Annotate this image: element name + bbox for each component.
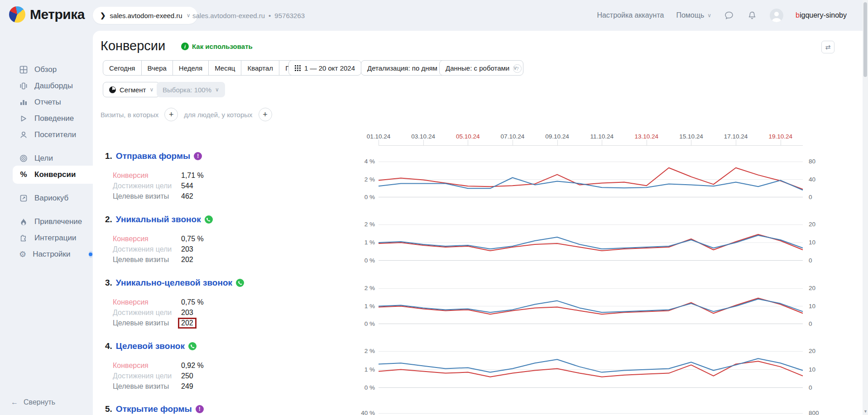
goal-reaches-label[interactable]: Достижения цели [113, 309, 181, 317]
goal-reaches-value: 203 [181, 245, 193, 253]
goal-reaches-label[interactable]: Достижения цели [113, 372, 181, 380]
right-axis-tick-label: 10 [809, 303, 836, 310]
sidebar-item-settings[interactable]: ⚙Настройки [0, 245, 93, 263]
goal-reaches-row: Достижения цели544 [113, 181, 359, 191]
goal-reaches-label[interactable]: Достижения цели [113, 182, 181, 190]
metrika-logo[interactable]: Метрика [9, 6, 85, 23]
conversion-label[interactable]: Конверсия [113, 298, 181, 306]
sidebar-item-dashboards[interactable]: Дашборды [0, 77, 93, 95]
date-tick-mark [647, 140, 647, 145]
goal-line-chart[interactable] [379, 162, 803, 197]
goal-reaches-value: 203 [181, 309, 193, 317]
account-settings-link[interactable]: Настройка аккаунта [597, 11, 664, 19]
conversion-label[interactable]: Конверсия [113, 235, 181, 243]
chart-gridline [379, 413, 803, 414]
add-people-condition-button[interactable]: + [259, 108, 272, 121]
goal-stats: Конверсия0,75 %Достижения цели203Целевые… [105, 234, 359, 265]
help-question-icon[interactable]: ? [513, 64, 522, 73]
sidebar-item-overview[interactable]: Обзор [0, 61, 93, 79]
avatar[interactable] [770, 9, 783, 22]
date-range-button[interactable]: 1 — 20 окт 2024 [288, 60, 361, 76]
sidebar-item-label: Цели [34, 154, 53, 163]
sidebar-item-behavior[interactable]: Поведение [0, 110, 93, 128]
how-to-use-link[interactable]: i Как использовать [181, 43, 253, 50]
target-visits-label[interactable]: Целевые визиты [113, 382, 181, 391]
series-conversion [379, 168, 803, 189]
goal-reaches-label[interactable]: Достижения цели [113, 245, 181, 253]
goal-name-link[interactable]: Отправка формы [116, 151, 190, 161]
conversion-label[interactable]: Конверсия [113, 172, 181, 180]
people-filter-label: для людей, у которых [184, 111, 252, 119]
target-visits-label[interactable]: Целевые визиты [113, 319, 181, 327]
chat-icon[interactable] [724, 10, 734, 21]
sidebar-collapse-button[interactable]: ← Свернуть [11, 398, 55, 406]
target-visits-value: 202 [181, 256, 193, 264]
date-tick-mark [602, 140, 602, 145]
period-button-квартал[interactable]: Квартал [241, 60, 279, 76]
sidebar-item-variocube[interactable]: Вариокуб [0, 189, 93, 207]
period-button-сегодня[interactable]: Сегодня [103, 60, 142, 76]
left-axis-tick-label: 0 % [335, 320, 375, 327]
sidebar-item-conversions[interactable]: %Конверсии [13, 166, 93, 184]
right-axis-tick-label: 800 [809, 410, 836, 415]
target-visits-value: 249 [181, 382, 193, 391]
detail-dropdown[interactable]: Детализация: по дням ∨ [361, 60, 451, 76]
right-axis-tick-label: 20 [809, 221, 836, 228]
goal-name-link[interactable]: Целевой звонок [116, 341, 185, 351]
right-axis-tick-label: 10 [809, 239, 836, 246]
target-visits-label[interactable]: Целевые визиты [113, 192, 181, 200]
period-button-вчера[interactable]: Вчера [141, 60, 173, 76]
segment-dropdown[interactable]: Сегмент ∨ [103, 82, 160, 97]
conversion-label[interactable]: Конверсия [113, 362, 181, 370]
left-axis-tick-label: 2 % [335, 285, 375, 291]
pie-icon [109, 86, 116, 93]
username[interactable]: bigquery-sinoby [796, 11, 847, 19]
sampling-dropdown[interactable]: Выборка: 100% ∨ [157, 82, 225, 97]
chevron-down-icon: ∨ [707, 12, 711, 19]
scrollbar-thumb[interactable] [863, 2, 867, 77]
goal-line-chart[interactable] [379, 224, 803, 261]
bell-icon[interactable] [747, 10, 758, 21]
date-tick-label: 07.10.24 [495, 133, 530, 140]
dot-separator: • [269, 12, 271, 19]
goal-title: 3.Уникально-целевой звонок [105, 278, 359, 288]
metrika-logo-text: Метрика [30, 7, 85, 22]
conversion-row: Конверсия0,75 % [113, 234, 359, 244]
counter-selector[interactable]: ❯ sales.avtodom-exeed.ru ∨ [93, 7, 197, 24]
conversion-value: 1,71 % [181, 172, 204, 180]
goal-name-link[interactable]: Уникальный звонок [116, 215, 201, 224]
goal-name-link[interactable]: Уникально-целевой звонок [116, 278, 232, 288]
sidebar-item-integrations[interactable]: Интеграции [0, 229, 93, 247]
period-button-неделя[interactable]: Неделя [173, 60, 209, 76]
goal-block: 5.Открытие формы! [105, 404, 359, 414]
date-tick-mark [691, 140, 691, 145]
goal-line-chart[interactable] [379, 351, 803, 388]
sidebar-item-reports[interactable]: Отчеты [0, 93, 93, 111]
right-axis-tick-label: 10 [809, 366, 836, 373]
period-button-месяц[interactable]: Месяц [208, 60, 241, 76]
goal-name-link[interactable]: Открытие формы [116, 404, 192, 414]
sidebar-item-label: Привлечение [34, 217, 82, 226]
left-axis-tick-label: 2 % [335, 348, 375, 354]
how-to-use-label: Как использовать [192, 43, 253, 50]
right-axis-tick-label: 20 [809, 348, 836, 354]
date-tick-label: 05.10.24 [451, 133, 485, 140]
date-tick-mark [468, 140, 468, 145]
settings-icon: ⚙ [19, 250, 26, 259]
help-menu[interactable]: Помощь ∨ [676, 11, 711, 19]
data-mode-dropdown[interactable]: Данные: с роботами ∨ [439, 60, 523, 76]
goal-reaches-value: 250 [181, 372, 193, 380]
sidebar-item-visitors[interactable]: Посетители [0, 126, 93, 144]
add-visit-condition-button[interactable]: + [164, 108, 178, 121]
goal-line-chart[interactable] [379, 288, 803, 324]
sidebar-item-goals[interactable]: Цели [0, 149, 93, 167]
behavior-icon [19, 114, 28, 123]
target-visits-label[interactable]: Целевые визиты [113, 256, 181, 264]
goal-stats: Конверсия1,71 %Достижения цели544Целевые… [105, 170, 359, 201]
date-tick-mark [423, 140, 424, 145]
date-tick-label: 01.10.24 [361, 133, 396, 140]
scrollbar-down-arrow[interactable]: ▼ [863, 409, 867, 414]
sidebar-item-attraction[interactable]: Привлечение [0, 213, 93, 231]
widget-actions-button[interactable]: ⇄ [821, 41, 834, 53]
left-axis-tick-label: 0 % [335, 257, 375, 264]
